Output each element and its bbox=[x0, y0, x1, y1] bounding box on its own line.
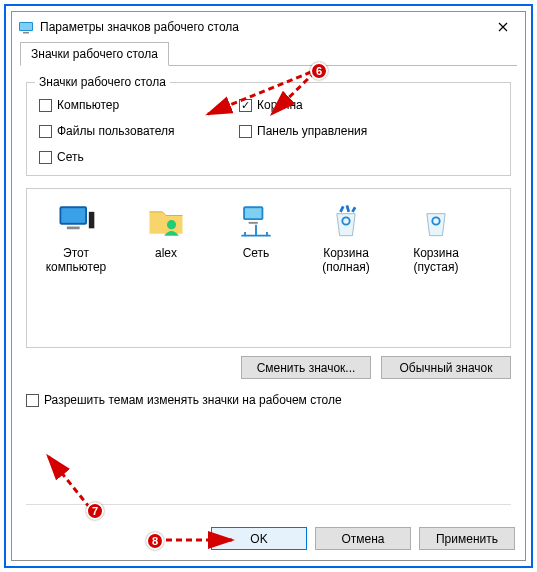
check-label: Файлы пользователя bbox=[57, 124, 174, 138]
check-network[interactable]: Сеть bbox=[39, 147, 239, 167]
icon-label: Этот компьютер bbox=[33, 247, 119, 275]
annotation-frame: Параметры значков рабочего стола Значки … bbox=[4, 4, 533, 568]
iconitem-user[interactable]: alex bbox=[123, 199, 209, 261]
svg-rect-6 bbox=[89, 212, 95, 229]
app-icon bbox=[18, 19, 34, 35]
iconitem-network[interactable]: Сеть bbox=[213, 199, 299, 261]
check-computer[interactable]: Компьютер bbox=[39, 95, 239, 115]
change-icon-button[interactable]: Сменить значок... bbox=[241, 356, 371, 379]
computer-icon bbox=[54, 199, 98, 243]
cancel-button[interactable]: Отмена bbox=[315, 527, 411, 550]
svg-rect-10 bbox=[249, 222, 258, 224]
ok-button[interactable]: OK bbox=[211, 527, 307, 550]
close-button[interactable] bbox=[483, 13, 523, 41]
tabstrip: Значки рабочего стола bbox=[20, 42, 517, 66]
iconitem-binempty[interactable]: Корзина (пустая) bbox=[393, 199, 479, 275]
svg-rect-5 bbox=[67, 227, 80, 230]
dialog-window: Параметры значков рабочего стола Значки … bbox=[11, 11, 526, 561]
window-title: Параметры значков рабочего стола bbox=[40, 20, 483, 34]
icon-label: alex bbox=[155, 247, 177, 261]
svg-rect-4 bbox=[61, 208, 85, 223]
checkbox-icon bbox=[239, 125, 252, 138]
icon-preview-list[interactable]: Этот компьютер alex Сеть Корзина (полная… bbox=[26, 188, 511, 348]
svg-rect-9 bbox=[245, 208, 262, 218]
tab-desktop-icons[interactable]: Значки рабочего стола bbox=[20, 42, 169, 66]
desktop-icons-group: Значки рабочего стола Компьютер Корзина … bbox=[26, 82, 511, 176]
titlebar: Параметры значков рабочего стола bbox=[12, 12, 525, 42]
apply-button[interactable]: Применить bbox=[419, 527, 515, 550]
svg-point-7 bbox=[167, 220, 176, 229]
icon-label: Корзина (пустая) bbox=[393, 247, 479, 275]
recyclebin-full-icon bbox=[324, 199, 368, 243]
annotation-badge-6: 6 bbox=[310, 62, 328, 80]
svg-rect-1 bbox=[20, 23, 32, 30]
icon-label: Корзина (полная) bbox=[303, 247, 389, 275]
check-label: Компьютер bbox=[57, 98, 119, 112]
group-title: Значки рабочего стола bbox=[35, 75, 170, 89]
dialog-buttons: OK Отмена Применить bbox=[12, 519, 525, 560]
check-userfiles[interactable]: Файлы пользователя bbox=[39, 121, 239, 141]
check-controlpanel[interactable]: Панель управления bbox=[239, 121, 439, 141]
icon-label: Сеть bbox=[243, 247, 270, 261]
iconitem-binfull[interactable]: Корзина (полная) bbox=[303, 199, 389, 275]
icon-buttons-row: Сменить значок... Обычный значок bbox=[26, 356, 511, 379]
checkbox-icon bbox=[39, 125, 52, 138]
userfolder-icon bbox=[144, 199, 188, 243]
recyclebin-empty-icon bbox=[414, 199, 458, 243]
checkbox-icon bbox=[26, 394, 39, 407]
check-label: Панель управления bbox=[257, 124, 367, 138]
check-label: Сеть bbox=[57, 150, 84, 164]
checkbox-icon bbox=[39, 99, 52, 112]
check-label: Корзина bbox=[257, 98, 303, 112]
dialog-body: Значки рабочего стола Компьютер Корзина … bbox=[12, 66, 525, 519]
annotation-badge-8: 8 bbox=[146, 532, 164, 550]
checkbox-icon bbox=[39, 151, 52, 164]
check-recycle[interactable]: Корзина bbox=[239, 95, 439, 115]
network-icon bbox=[234, 199, 278, 243]
annotation-badge-7: 7 bbox=[86, 502, 104, 520]
checkbox-grid: Компьютер Корзина Файлы пользователя Пан… bbox=[39, 95, 498, 167]
iconitem-thispc[interactable]: Этот компьютер bbox=[33, 199, 119, 275]
check-allow-themes[interactable]: Разрешить темам изменять значки на рабоч… bbox=[26, 393, 511, 407]
default-icon-button[interactable]: Обычный значок bbox=[381, 356, 511, 379]
svg-rect-2 bbox=[23, 32, 29, 34]
check-label: Разрешить темам изменять значки на рабоч… bbox=[44, 393, 342, 407]
checkbox-icon bbox=[239, 99, 252, 112]
